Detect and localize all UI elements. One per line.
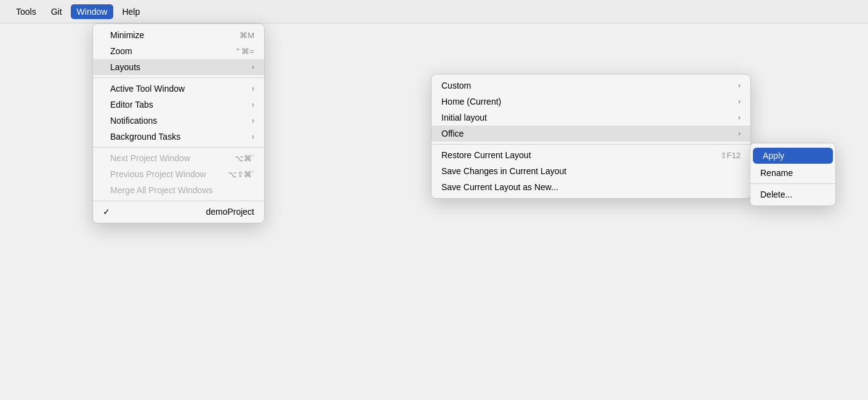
layouts-office[interactable]: Office › [432, 126, 750, 142]
layouts-restore[interactable]: Restore Current Layout ⇧F12 [432, 147, 750, 163]
menu-item-merge-all-windows: Merge All Project Windows [93, 182, 264, 198]
office-delete[interactable]: Delete... [750, 186, 835, 202]
menu-item-zoom[interactable]: Zoom ⌃⌘= [93, 43, 264, 59]
layouts-home[interactable]: Home (Current) › [432, 94, 750, 110]
divider-2 [93, 147, 264, 148]
layouts-divider [432, 144, 750, 145]
office-divider [750, 183, 835, 184]
menu-item-layouts[interactable]: Layouts › [93, 59, 264, 75]
menu-item-prev-project-window: Previous Project Window ⌥⇧⌘` [93, 166, 264, 182]
menu-item-active-tool-window[interactable]: Active Tool Window › [93, 81, 264, 97]
menubar-tools[interactable]: Tools [10, 4, 42, 19]
office-apply[interactable]: Apply [753, 148, 833, 164]
menubar: Tools Git Window Help [0, 0, 868, 23]
menu-item-notifications[interactable]: Notifications › [93, 113, 264, 129]
menubar-window[interactable]: Window [71, 4, 114, 19]
layouts-save-changes[interactable]: Save Changes in Current Layout [432, 163, 750, 179]
layouts-submenu-dropdown: Custom › Home (Current) › Initial layout… [431, 74, 751, 199]
window-menu-dropdown: Minimize ⌘M Zoom ⌃⌘= Layouts › Active To… [92, 23, 265, 223]
divider-3 [93, 201, 264, 201]
menu-item-background-tasks[interactable]: Background Tasks › [93, 129, 264, 145]
office-rename[interactable]: Rename [750, 165, 835, 181]
layouts-save-as-new[interactable]: Save Current Layout as New... [432, 179, 750, 195]
menu-item-demo-project[interactable]: demoProject [93, 204, 264, 220]
layouts-initial[interactable]: Initial layout › [432, 110, 750, 126]
menubar-help[interactable]: Help [116, 4, 146, 19]
menu-item-minimize[interactable]: Minimize ⌘M [93, 27, 264, 43]
office-submenu-dropdown: Apply Rename Delete... [750, 143, 836, 206]
menu-item-next-project-window: Next Project Window ⌥⌘` [93, 150, 264, 166]
layouts-custom[interactable]: Custom › [432, 78, 750, 94]
menubar-git[interactable]: Git [45, 4, 68, 19]
menu-item-editor-tabs[interactable]: Editor Tabs › [93, 97, 264, 113]
divider-1 [93, 78, 264, 78]
